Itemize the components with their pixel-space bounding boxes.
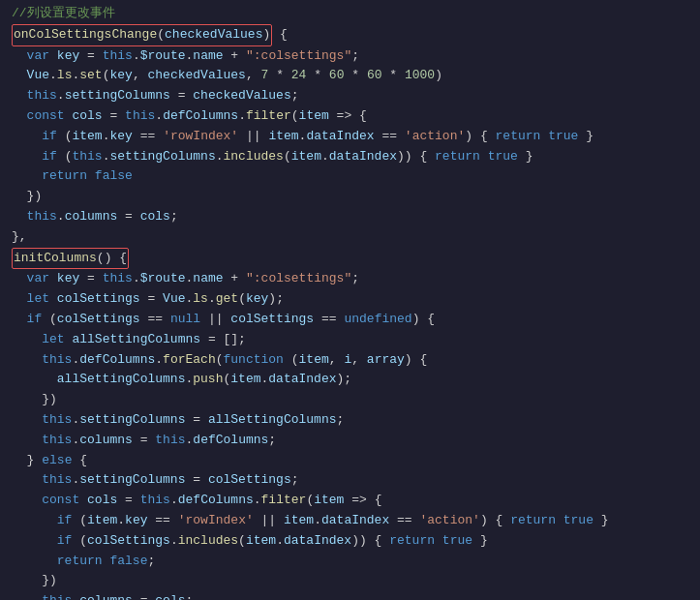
code-line-21: this.settingColumns = allSettingColumns; — [0, 410, 700, 431]
code-line-8: if (this.settingColumns.includes(item.da… — [0, 147, 700, 167]
code-line-20: }) — [0, 390, 700, 410]
code-line-10: }) — [0, 187, 700, 207]
code-line-4: Vue.ls.set(key, checkedValues, 7 * 24 * … — [0, 66, 700, 86]
highlight-box-1: onColSettingsChange(checkedValues) — [12, 24, 272, 46]
code-line-7: if (item.key == 'rowIndex' || item.dataI… — [0, 127, 700, 147]
code-line-17: let allSettingColumns = []; — [0, 330, 700, 350]
code-line-30: this.columns = cols; — [0, 591, 700, 600]
code-line-11: this.columns = cols; — [0, 207, 700, 227]
code-editor: //列设置更改事件 onColSettingsChange(checkedVal… — [0, 0, 700, 600]
code-line-26: if (item.key == 'rowIndex' || item.dataI… — [0, 511, 700, 531]
code-line-25: const cols = this.defColumns.filter(item… — [0, 491, 700, 511]
function-line-2: initColumns() { — [0, 248, 700, 270]
code-line-18: this.defColumns.forEach(function (item, … — [0, 350, 700, 371]
function-line-1: onColSettingsChange(checkedValues) { — [0, 24, 700, 46]
code-line-22: this.columns = this.defColumns; — [0, 431, 700, 451]
code-line-23: } else { — [0, 451, 700, 471]
code-line-28: return false; — [0, 552, 700, 572]
code-line-14: var key = this.$route.name + ":colsettin… — [0, 269, 700, 289]
code-line-6: const cols = this.defColumns.filter(item… — [0, 106, 700, 127]
highlight-box-2: initColumns() { — [12, 248, 129, 270]
code-line-15: let colSettings = Vue.ls.get(key); — [0, 289, 700, 310]
code-line-24: this.settingColumns = colSettings; — [0, 470, 700, 491]
code-line-27: if (colSettings.includes(item.dataIndex)… — [0, 531, 700, 552]
code-line-12: }, — [0, 227, 700, 248]
code-line-19: allSettingColumns.push(item.dataIndex); — [0, 370, 700, 390]
code-line-5: this.settingColumns = checkedValues; — [0, 86, 700, 106]
code-line-9: return false — [0, 166, 700, 187]
comment-line-1: //列设置更改事件 — [0, 4, 700, 24]
code-line-29: }) — [0, 571, 700, 591]
code-line-16: if (colSettings == null || colSettings =… — [0, 310, 700, 330]
code-line-3: var key = this.$route.name + ":colsettin… — [0, 46, 700, 67]
